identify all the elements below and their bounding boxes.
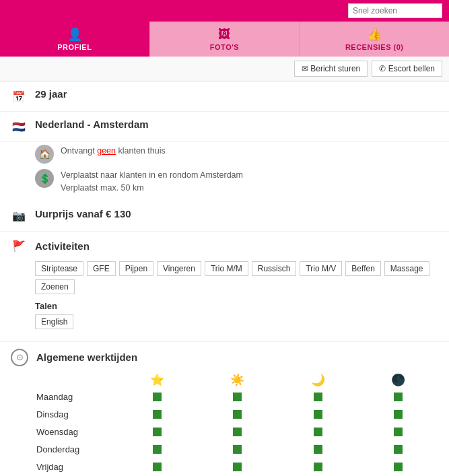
geen-text: geen [97, 146, 116, 156]
profile-content: 📅 29 jaar 🇳🇱 Nederland - Amsterdam 🏠 Ont… [0, 81, 449, 476]
available-indicator [153, 445, 162, 454]
schedule-cell [278, 428, 358, 436]
search-input[interactable] [348, 3, 442, 18]
tab-fotos[interactable]: 🖼 FOTO'S [150, 22, 300, 57]
languages-label: Talen [35, 301, 438, 311]
fotos-icon: 🖼 [218, 28, 231, 42]
day-name: Woensdag [36, 427, 117, 437]
schedule-cell [117, 410, 197, 419]
schedule-cell [278, 410, 358, 419]
clock-icon: ⊙ [11, 349, 28, 366]
tab-recensies[interactable]: 👍 RECENSIES (0) [300, 22, 449, 57]
price-row: 📷 Uurprijs vanaf € 130 [0, 201, 449, 232]
schedule-cell [197, 428, 277, 436]
available-indicator [153, 428, 162, 436]
available-indicator [233, 428, 242, 436]
activity-tag: Trio M/V [300, 261, 342, 276]
werktijden-section: ⊙ Algemene werktijden ⭐☀️🌙🌑 MaandagDinsd… [0, 341, 449, 477]
day-name: Maandag [36, 392, 117, 402]
schedule-row: Woensdag [36, 425, 438, 440]
available-indicator [153, 463, 162, 471]
available-indicator [153, 410, 162, 419]
available-indicator [314, 393, 322, 401]
schedule-table: ⭐☀️🌙🌑 MaandagDinsdagWoensdagDonderdagVri… [36, 373, 438, 477]
action-bar: ✉ Bericht sturen ✆ Escort bellen [0, 57, 449, 81]
schedule-cell [358, 463, 438, 471]
werktijden-title: Algemene werktijden [36, 351, 137, 363]
language-tag: English [35, 314, 73, 329]
day-name: Dinsdag [36, 409, 117, 419]
available-indicator [233, 393, 242, 401]
available-indicator [233, 463, 242, 471]
available-indicator [153, 393, 162, 401]
profiel-icon: 👤 [67, 27, 83, 42]
flag2-icon: 🚩 [11, 238, 27, 254]
call-label: ✆ Escort bellen [379, 64, 435, 73]
schedule-row: Vrijdag [36, 460, 438, 475]
travel-item: 💲 Verplaatst naar klanten in en rondom A… [35, 169, 438, 195]
home-item: 🏠 Ontvangt geen klanten thuis [35, 145, 438, 164]
activity-tag: Pijpen [119, 261, 153, 276]
day-name: Donderdag [36, 444, 117, 454]
day-cells [117, 445, 438, 454]
schedule-cell [117, 428, 197, 436]
available-indicator [394, 428, 403, 436]
werktijden-header: ⊙ Algemene werktijden [11, 349, 438, 366]
schedule-row: Dinsdag [36, 407, 438, 422]
age-text: 29 jaar [35, 88, 67, 100]
available-indicator [394, 445, 403, 454]
schedule-cell [358, 393, 438, 401]
top-bar [0, 0, 449, 22]
day-cells [117, 393, 438, 401]
message-button[interactable]: ✉ Bericht sturen [294, 61, 368, 77]
available-indicator [314, 410, 322, 419]
location-text: Nederland - Amsterdam [35, 118, 149, 130]
travel-text: Verplaatst naar klanten in en rondom Ams… [61, 169, 243, 195]
sub-info: 🏠 Ontvangt geen klanten thuis 💲 Verplaat… [0, 142, 449, 201]
schedule-cell [117, 463, 197, 471]
activity-tag: Beffen [345, 261, 380, 276]
day-name: Vrijdag [36, 462, 117, 472]
call-button[interactable]: ✆ Escort bellen [372, 61, 442, 77]
schedule-cell [197, 410, 277, 419]
available-indicator [314, 463, 322, 471]
time-icon: 🌙 [278, 373, 358, 387]
activity-tag: Trio M/M [205, 261, 248, 276]
no-home-text: Ontvangt geen klanten thuis [61, 145, 166, 158]
camera-icon: 📷 [11, 208, 27, 224]
schedule-cell [117, 445, 197, 454]
travel-icon: 💲 [35, 169, 54, 188]
flag-icon: 🇳🇱 [11, 118, 27, 135]
schedule-rows: MaandagDinsdagWoensdagDonderdagVrijdagZa… [36, 390, 438, 477]
tab-profiel[interactable]: 👤 PROFIEL [0, 22, 150, 57]
day-cells [117, 463, 438, 471]
calendar-icon: 📅 [11, 88, 27, 104]
schedule-row: Maandag [36, 390, 438, 405]
schedule-cell [358, 428, 438, 436]
tab-bar: 👤 PROFIEL 🖼 FOTO'S 👍 RECENSIES (0) [0, 22, 449, 57]
activity-tag: GFE [87, 261, 116, 276]
schedule-cell [278, 463, 358, 471]
tags-area: StripteaseGFEPijpenVingerenTrio M/MRussi… [0, 259, 449, 341]
available-indicator [394, 463, 403, 471]
schedule-cell [197, 393, 277, 401]
available-indicator [314, 428, 322, 436]
schedule-cell [278, 445, 358, 454]
time-icon: ⭐ [117, 373, 197, 387]
activities-header: 🚩 Activiteiten [0, 232, 449, 259]
schedule-cell [197, 445, 277, 454]
tab-profiel-label: PROFIEL [57, 43, 92, 51]
available-indicator [233, 410, 242, 419]
tab-recensies-label: RECENSIES (0) [345, 43, 404, 51]
activity-tag: Striptease [35, 261, 83, 276]
home-icon: 🏠 [35, 145, 54, 164]
schedule-cell [117, 393, 197, 401]
available-indicator [394, 393, 403, 401]
languages-list: English [35, 314, 438, 329]
activity-tag: Russisch [252, 261, 297, 276]
age-row: 📅 29 jaar [0, 81, 449, 112]
schedule-cell [358, 445, 438, 454]
schedule-cell [358, 410, 438, 419]
recensies-icon: 👍 [367, 27, 382, 42]
time-cols: ⭐☀️🌙🌑 [117, 373, 438, 387]
